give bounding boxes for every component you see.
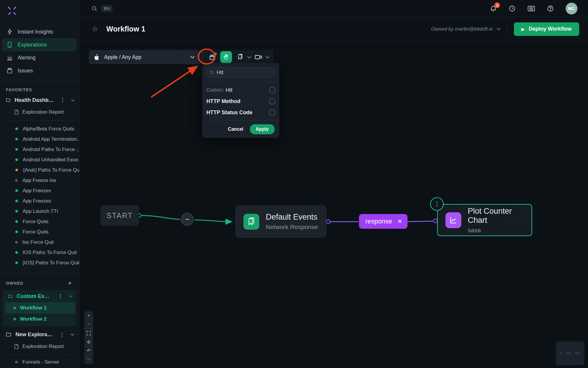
folder-icon — [6, 97, 11, 103]
fit-view-button[interactable] — [84, 329, 93, 338]
option-http-status-code[interactable]: HTTP Status Code — [206, 107, 275, 118]
list-item[interactable]: App Launch TTI — [0, 206, 79, 216]
minimap[interactable] — [556, 342, 584, 365]
list-item[interactable]: IOS Paths To Force Quit — [0, 247, 79, 258]
default-events-node[interactable]: Default Events Network Response — [235, 205, 326, 238]
list-item-label: App Freezes — [23, 188, 51, 194]
folder-label: Custom Explorati... — [17, 293, 52, 299]
list-item[interactable]: Android Unhandled Exce... — [0, 155, 79, 165]
nav-label: Issues — [18, 68, 33, 74]
option-label: Htt — [226, 87, 233, 93]
list-item[interactable]: App Freeze Ios — [0, 175, 79, 185]
header-actions: Owned by martin@bitdrift.io ▶ Deploy Wor… — [431, 22, 588, 36]
page-title: Workflow 1 — [106, 25, 146, 33]
list-item[interactable]: Android App Termination... — [0, 134, 79, 144]
deploy-workflow-button[interactable]: ▶ Deploy Workflow — [514, 22, 579, 36]
remove-edge-label-icon[interactable]: ✕ — [397, 218, 402, 225]
owned-exploration-report[interactable]: Exploration Report — [0, 341, 79, 352]
device-filter-button[interactable] — [206, 51, 218, 63]
sidebar-item-instant-insights[interactable]: Instant Insights — [2, 25, 77, 38]
status-dot-icon — [15, 210, 18, 213]
kebab-menu-icon[interactable]: ⋮ — [58, 331, 66, 338]
plot-counter-chart-node[interactable]: Plot Counter Chart sasa — [437, 204, 532, 236]
owned-folder-custom-explorations[interactable]: Custom Explorati... ⋮ — [2, 290, 77, 302]
apple-icon — [93, 54, 99, 61]
list-item[interactable]: Force Quits — [0, 216, 79, 227]
list-item[interactable]: App Freezes — [0, 196, 79, 206]
list-item[interactable]: Android Paths To Force ... — [0, 144, 79, 155]
list-item-label: [Andr] Paths To Force Qu... — [23, 167, 79, 173]
global-search[interactable]: ⌘K — [91, 5, 113, 12]
cancel-button[interactable]: Cancel — [228, 127, 243, 132]
search-shortcut-badge: ⌘K — [101, 5, 113, 12]
logo[interactable] — [0, 0, 79, 21]
sidebar-item-issues[interactable]: Issues — [2, 64, 77, 77]
list-item[interactable]: Alpha/Beta Force Quits — [0, 124, 79, 134]
zoom-in-button[interactable]: + — [84, 311, 93, 320]
chevron-down-icon[interactable] — [71, 333, 74, 336]
notifications-button[interactable]: 2 — [490, 5, 497, 12]
divider — [507, 24, 507, 34]
kebab-menu-icon[interactable]: ⋮ — [58, 97, 67, 103]
bookmark-dropdown-chevron[interactable] — [246, 56, 253, 59]
start-node[interactable]: START — [101, 205, 139, 226]
undo-button[interactable]: ↶ — [84, 347, 93, 355]
recording-tool-button[interactable] — [253, 51, 264, 63]
checkbox[interactable] — [269, 110, 275, 115]
list-item[interactable]: [IOS] Paths To Force Quits — [0, 258, 79, 268]
auto-layout-button[interactable] — [84, 338, 93, 347]
kebab-menu-icon[interactable]: ⋮ — [56, 293, 65, 299]
chevron-down-icon[interactable] — [69, 295, 72, 298]
sidebar-item-alerting[interactable]: Alerting — [2, 51, 77, 64]
divider — [0, 273, 79, 273]
sidebar-item-workflow-1[interactable]: Workflow 1 — [5, 302, 75, 314]
deploy-label: Deploy Workflow — [529, 26, 572, 32]
workflow-canvas[interactable]: Apple / Any App — [79, 41, 588, 368]
owned-section-label: OWNED + — [0, 278, 79, 289]
app-selector-dropdown[interactable]: Apple / Any App — [89, 50, 199, 64]
option-http-method[interactable]: HTTP Method — [206, 96, 275, 107]
folder-label: New Exploration — [15, 331, 54, 338]
checkbox[interactable] — [269, 87, 275, 93]
favorites-exploration-report[interactable]: Exploration Report — [0, 106, 79, 118]
owned-folder-new-exploration[interactable]: New Exploration ⋮ — [0, 328, 79, 341]
zoom-out-button[interactable]: − — [84, 320, 93, 329]
checkbox[interactable] — [269, 98, 275, 104]
help-button[interactable] — [547, 5, 554, 12]
bookmark-tool-button[interactable] — [234, 51, 246, 63]
popup-search-input[interactable] — [217, 69, 267, 76]
sidebar-item-workflow-2[interactable]: Workflow 2 — [5, 314, 75, 325]
redo-button[interactable]: ↷ — [84, 355, 93, 364]
add-exploration-button[interactable]: + — [67, 279, 73, 287]
avatar[interactable]: MC — [566, 3, 577, 14]
apply-button[interactable]: Apply — [250, 124, 275, 134]
page-header: ☆ Workflow 1 Owned by martin@bitdrift.io… — [79, 17, 588, 41]
option-custom[interactable]: Custom: Htt — [206, 84, 275, 96]
nav-label: Instant Insights — [18, 29, 53, 35]
list-item[interactable]: ★[Andr] Paths To Force Qu... — [0, 165, 79, 175]
popup-search-box[interactable] — [206, 67, 275, 78]
sidebar-item-explorations[interactable]: Explorations — [2, 38, 77, 51]
popup-footer: Cancel Apply — [202, 120, 279, 138]
node-title: Default Events — [266, 213, 318, 222]
app-selector-value: Apple / Any App — [104, 54, 186, 60]
status-dot-icon — [15, 148, 18, 151]
recording-dropdown-chevron[interactable] — [264, 56, 271, 59]
workflow-label: Workflow 1 — [20, 305, 46, 311]
favorite-star-icon[interactable]: ☆ — [92, 25, 98, 33]
shortcuts-button[interactable] — [527, 5, 535, 12]
pan-tool-button[interactable] — [220, 51, 232, 63]
list-item[interactable]: Funnels - Server — [0, 357, 79, 367]
list-item[interactable]: App Freezes — [0, 185, 79, 196]
notification-count-badge: 2 — [494, 2, 500, 8]
status-dot-icon — [15, 127, 18, 130]
favorites-folder-health-dashboard[interactable]: Health Dashboard... ⋮ — [0, 94, 79, 106]
collapse-edge-button[interactable]: − — [181, 213, 194, 226]
list-item[interactable]: Ios Force Quit — [0, 237, 79, 247]
chevron-down-icon[interactable] — [71, 99, 74, 102]
list-item[interactable]: Force Quits — [0, 227, 79, 237]
edge-label-response[interactable]: response ✕ — [359, 214, 407, 229]
plot-node-menu-button[interactable]: ⋮ — [430, 197, 444, 211]
owner-dropdown[interactable]: Owned by martin@bitdrift.io — [431, 26, 501, 32]
history-button[interactable] — [509, 5, 516, 12]
